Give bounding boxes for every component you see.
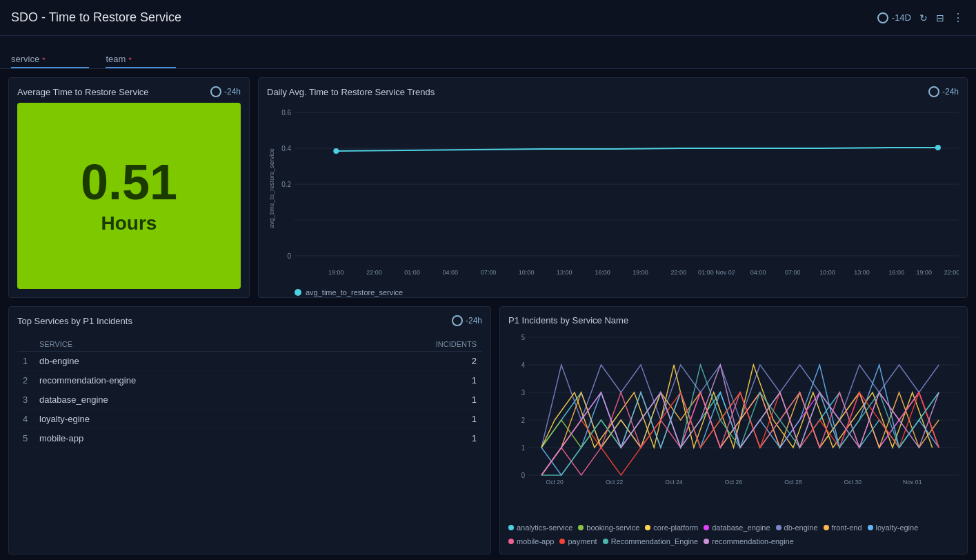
legend-item: database_engine bbox=[704, 523, 770, 532]
svg-text:Oct 30: Oct 30 bbox=[844, 479, 862, 486]
team-asterisk: * bbox=[128, 56, 131, 64]
legend-dot bbox=[704, 525, 709, 530]
legend-item: analytics-service bbox=[508, 523, 572, 532]
svg-text:16:00: 16:00 bbox=[595, 269, 610, 276]
refresh-action[interactable]: ↻ bbox=[919, 12, 928, 23]
clock-icon-small bbox=[210, 86, 221, 97]
legend-label: front-end bbox=[832, 523, 862, 532]
legend-item: db-engine bbox=[776, 523, 818, 532]
incidents-cell: 1 bbox=[337, 390, 482, 410]
service-cell: db-engine bbox=[34, 352, 337, 371]
svg-text:Oct 24: Oct 24 bbox=[665, 479, 683, 486]
legend-item: booking-service bbox=[578, 523, 639, 532]
svg-text:10:00: 10:00 bbox=[819, 269, 835, 276]
metric-value: 0.51 bbox=[81, 157, 177, 207]
svg-point-10 bbox=[333, 148, 339, 154]
incidents-cell: 2 bbox=[337, 352, 482, 371]
svg-text:4: 4 bbox=[521, 361, 526, 369]
table-row: 2 recommendation-engine 1 bbox=[17, 371, 482, 390]
svg-text:22:00: 22:00 bbox=[366, 269, 382, 276]
svg-text:16:00: 16:00 bbox=[888, 269, 904, 276]
service-cell: loyalty-egine bbox=[34, 410, 337, 429]
service-filter-input[interactable] bbox=[48, 50, 89, 64]
incidents-cell: 1 bbox=[337, 371, 482, 390]
svg-text:19:00: 19:00 bbox=[633, 269, 648, 276]
legend-item: front-end bbox=[824, 523, 862, 532]
svg-text:13:00: 13:00 bbox=[854, 269, 870, 276]
trend-chart-svg: 0.6 0.4 0.2 0 avg_time_to_restore_servic… bbox=[267, 106, 959, 285]
table-row: 5 mobile-app 1 bbox=[17, 429, 482, 448]
legend-dot bbox=[704, 539, 709, 544]
legend-item: recommendation-engine bbox=[704, 537, 794, 546]
rank-cell: 4 bbox=[17, 410, 34, 429]
svg-text:22:00: 22:00 bbox=[671, 269, 687, 276]
metric-box: 0.51 Hours bbox=[17, 103, 241, 289]
avg-time-card: Average Time to Restore Service -24h 0.5… bbox=[8, 77, 250, 298]
svg-text:13:00: 13:00 bbox=[557, 269, 572, 276]
legend-item: loyalty-egine bbox=[868, 523, 919, 532]
metric-unit: Hours bbox=[101, 212, 157, 234]
legend-dot bbox=[508, 525, 514, 530]
page-title: SDO - Time to Restore Service bbox=[11, 10, 181, 25]
legend-dot bbox=[824, 525, 829, 530]
incidents-cell: 1 bbox=[337, 429, 482, 448]
trend-card-header: Daily Avg. Time to Restore Service Trend… bbox=[267, 86, 959, 97]
table-row: 4 loyalty-egine 1 bbox=[17, 410, 482, 429]
header-actions: -14D ↻ ⊟ ⋮ bbox=[877, 11, 965, 24]
time-range-action[interactable]: -14D bbox=[877, 12, 911, 23]
avg-time-title: Average Time to Restore Service bbox=[17, 87, 149, 97]
p1-legend: analytics-service booking-service core-p… bbox=[508, 521, 959, 546]
p1-chart-svg: 5 4 3 2 1 0 Oct 20 Oct 22 Oct 24 Oct 26 … bbox=[508, 334, 959, 486]
svg-text:5: 5 bbox=[521, 334, 526, 341]
table-row: 1 db-engine 2 bbox=[17, 352, 482, 371]
svg-text:2: 2 bbox=[521, 417, 525, 424]
svg-text:0.6: 0.6 bbox=[281, 109, 291, 117]
legend-dot bbox=[603, 539, 608, 544]
svg-text:0: 0 bbox=[288, 252, 292, 260]
clock-icon-services bbox=[452, 315, 463, 326]
legend-dot bbox=[508, 539, 514, 544]
legend-label: recommendation-engine bbox=[712, 537, 794, 546]
trend-legend-dot bbox=[295, 289, 301, 296]
services-card-header: Top Services by P1 Incidents -24h bbox=[17, 315, 482, 326]
svg-text:avg_time_to_restore_service: avg_time_to_restore_service bbox=[268, 148, 275, 228]
service-filter: service * bbox=[11, 50, 89, 68]
legend-label: loyalty-egine bbox=[876, 523, 919, 532]
legend-label: booking-service bbox=[586, 523, 639, 532]
team-filter-input[interactable] bbox=[135, 50, 176, 64]
refresh-icon: ↻ bbox=[919, 12, 928, 23]
legend-label: Recommendation_Engine bbox=[611, 537, 699, 546]
svg-text:01:00: 01:00 bbox=[404, 269, 420, 276]
trend-card: Daily Avg. Time to Restore Service Trend… bbox=[258, 77, 968, 298]
legend-dot bbox=[578, 525, 584, 530]
avg-time-card-header: Average Time to Restore Service -24h bbox=[17, 86, 241, 97]
service-cell: recommendation-engine bbox=[34, 371, 337, 390]
clock-icon-trend bbox=[928, 86, 939, 97]
team-filter: team * bbox=[106, 50, 175, 68]
more-action[interactable]: ⋮ bbox=[953, 11, 965, 24]
svg-text:0: 0 bbox=[521, 472, 526, 479]
legend-label: core-platform bbox=[653, 523, 698, 532]
p1-card-header: P1 Incidents by Service Name bbox=[508, 315, 959, 326]
svg-text:Oct 22: Oct 22 bbox=[606, 479, 624, 486]
service-cell: database_engine bbox=[34, 390, 337, 410]
more-icon: ⋮ bbox=[953, 11, 965, 24]
svg-text:22:00: 22:00 bbox=[944, 269, 959, 276]
service-asterisk: * bbox=[42, 56, 45, 64]
avg-time-badge: -24h bbox=[210, 86, 241, 97]
clock-icon bbox=[877, 12, 888, 23]
legend-item: mobile-app bbox=[508, 537, 554, 546]
main-content: Average Time to Restore Service -24h 0.5… bbox=[0, 69, 976, 560]
filter-action[interactable]: ⊟ bbox=[936, 12, 944, 23]
incidents-col-header: incidents bbox=[337, 337, 482, 352]
services-title: Top Services by P1 Incidents bbox=[17, 316, 132, 326]
legend-item: Recommendation_Engine bbox=[603, 537, 699, 546]
svg-text:Nov 01: Nov 01 bbox=[903, 479, 922, 486]
legend-dot bbox=[776, 525, 781, 530]
legend-label: payment bbox=[568, 537, 597, 546]
svg-text:07:00: 07:00 bbox=[785, 269, 801, 276]
svg-text:04:00: 04:00 bbox=[750, 269, 766, 276]
legend-dot bbox=[559, 539, 565, 544]
svg-text:04:00: 04:00 bbox=[443, 269, 459, 276]
svg-point-11 bbox=[935, 145, 941, 150]
